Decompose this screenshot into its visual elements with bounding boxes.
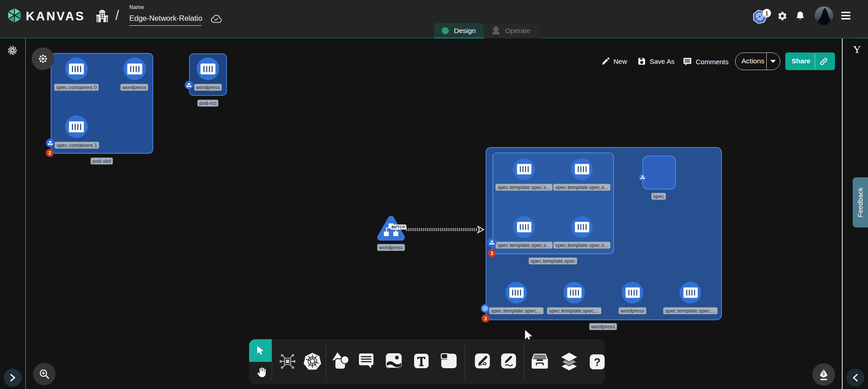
- svg-text:?: ?: [594, 356, 601, 368]
